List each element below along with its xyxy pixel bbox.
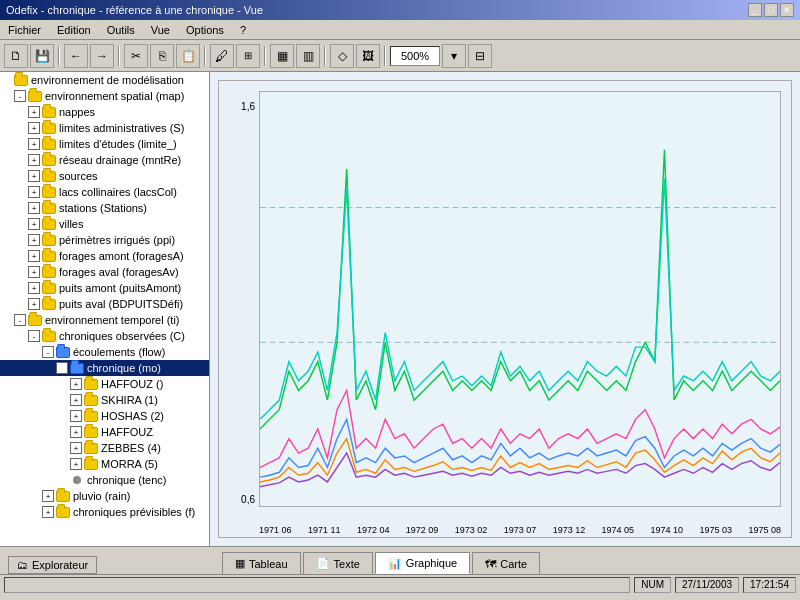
title-bar: Odefix - chronique - référence à une chr…	[0, 0, 800, 20]
back-button[interactable]: ←	[64, 44, 88, 68]
tree-item-22[interactable]: +HAFFOUZ	[0, 424, 209, 440]
tree-item-15[interactable]: -environnement temporel (ti)	[0, 312, 209, 328]
tab-tableau[interactable]: ▦ Tableau	[222, 552, 301, 574]
tree-item-26[interactable]: +pluvio (rain)	[0, 488, 209, 504]
tree-expand-24[interactable]: +	[70, 458, 82, 470]
maximize-button[interactable]: □	[764, 3, 778, 17]
tree-expand-10[interactable]: +	[28, 234, 40, 246]
tree-expand-26[interactable]: +	[42, 490, 54, 502]
tree-item-6[interactable]: +sources	[0, 168, 209, 184]
tree-expand-3[interactable]: +	[28, 122, 40, 134]
tree-item-7[interactable]: +lacs collinaires (lacsCol)	[0, 184, 209, 200]
copy-button[interactable]: ⎘	[150, 44, 174, 68]
tree-item-2[interactable]: +nappes	[0, 104, 209, 120]
zoom-input[interactable]: 500%	[390, 46, 440, 66]
close-button[interactable]: ✕	[780, 3, 794, 17]
tree-item-21[interactable]: +HOSHAS (2)	[0, 408, 209, 424]
tree-item-8[interactable]: +stations (Stations)	[0, 200, 209, 216]
paste-button[interactable]: 📋	[176, 44, 200, 68]
x-label-9: 1975 03	[699, 525, 732, 535]
tree-expand-16[interactable]: -	[28, 330, 40, 342]
tree-item-24[interactable]: +MORRA (5)	[0, 456, 209, 472]
tree-expand-5[interactable]: +	[28, 154, 40, 166]
zoom-dropdown[interactable]: ▾	[442, 44, 466, 68]
tree-item-20[interactable]: +SKHIRA (1)	[0, 392, 209, 408]
tree-expand-9[interactable]: +	[28, 218, 40, 230]
tree-label-11: forages amont (foragesA)	[59, 250, 184, 262]
tree-expand-8[interactable]: +	[28, 202, 40, 214]
tree-label-14: puits aval (BDPUITSDéfi)	[59, 298, 183, 310]
tree-item-27[interactable]: +chroniques prévisibles (f)	[0, 504, 209, 520]
tree-item-14[interactable]: +puits aval (BDPUITSDéfi)	[0, 296, 209, 312]
tree-item-3[interactable]: +limites administratives (S)	[0, 120, 209, 136]
tab-texte[interactable]: 📄 Texte	[303, 552, 373, 574]
folder-icon-2	[42, 107, 56, 118]
y-axis-labels: 1,6 0,6	[223, 91, 259, 507]
main-area: environnement de modélisation-environnem…	[0, 72, 800, 546]
menu-fichier[interactable]: Fichier	[4, 23, 45, 37]
tree-expand-15[interactable]: -	[14, 314, 26, 326]
menu-help[interactable]: ?	[236, 23, 250, 37]
x-label-4: 1973 02	[455, 525, 488, 535]
tree-expand-19[interactable]: +	[70, 378, 82, 390]
tab-graphique[interactable]: 📊 Graphique	[375, 552, 470, 574]
new-button[interactable]: 🗋	[4, 44, 28, 68]
tree-item-4[interactable]: +limites d'études (limite_)	[0, 136, 209, 152]
tree-expand-11[interactable]: +	[28, 250, 40, 262]
tree-expand-20[interactable]: +	[70, 394, 82, 406]
tree-expand-12[interactable]: +	[28, 266, 40, 278]
tree-item-18[interactable]: -chronique (mo)	[0, 360, 209, 376]
menu-outils[interactable]: Outils	[103, 23, 139, 37]
tree-expand-2[interactable]: +	[28, 106, 40, 118]
tree-label-15: environnement temporel (ti)	[45, 314, 180, 326]
explorer-button[interactable]: 🗂 Explorateur	[8, 556, 97, 574]
toolbar-separator-6	[384, 46, 386, 66]
tree-item-5[interactable]: +réseau drainage (mntRe)	[0, 152, 209, 168]
texte-icon: 📄	[316, 557, 330, 570]
tool6-button[interactable]: 🖼	[356, 44, 380, 68]
tree-expand-1[interactable]: -	[14, 90, 26, 102]
toolbar-separator-4	[264, 46, 266, 66]
menu-edition[interactable]: Edition	[53, 23, 95, 37]
menu-options[interactable]: Options	[182, 23, 228, 37]
tree-expand-13[interactable]: +	[28, 282, 40, 294]
tree-item-12[interactable]: +forages aval (foragesAv)	[0, 264, 209, 280]
tree-expand-18[interactable]: -	[56, 362, 68, 374]
tree-item-0[interactable]: environnement de modélisation	[0, 72, 209, 88]
tree-item-1[interactable]: -environnement spatial (map)	[0, 88, 209, 104]
tree-item-23[interactable]: +ZEBBES (4)	[0, 440, 209, 456]
tool1-button[interactable]: 🖊	[210, 44, 234, 68]
tree-item-16[interactable]: -chroniques observées (C)	[0, 328, 209, 344]
tool3-button[interactable]: ▦	[270, 44, 294, 68]
tree-item-11[interactable]: +forages amont (foragesA)	[0, 248, 209, 264]
tool2-button[interactable]: ⊞	[236, 44, 260, 68]
tree-expand-7[interactable]: +	[28, 186, 40, 198]
menu-vue[interactable]: Vue	[147, 23, 174, 37]
tab-carte[interactable]: 🗺 Carte	[472, 552, 540, 574]
tree-item-17[interactable]: -écoulements (flow)	[0, 344, 209, 360]
tree-expand-14[interactable]: +	[28, 298, 40, 310]
explorer-section: 🗂 Explorateur	[4, 552, 214, 574]
cut-button[interactable]: ✂	[124, 44, 148, 68]
tree-item-25[interactable]: chronique (tenc)	[0, 472, 209, 488]
tree-expand-4[interactable]: +	[28, 138, 40, 150]
tree-item-13[interactable]: +puits amont (puitsAmont)	[0, 280, 209, 296]
tree-item-9[interactable]: +villes	[0, 216, 209, 232]
tool7-button[interactable]: ⊟	[468, 44, 492, 68]
tree-expand-6[interactable]: +	[28, 170, 40, 182]
minimize-button[interactable]: _	[748, 3, 762, 17]
folder-icon-26	[56, 491, 70, 502]
tree-item-19[interactable]: +HAFFOUZ ()	[0, 376, 209, 392]
tree-expand-23[interactable]: +	[70, 442, 82, 454]
tool4-button[interactable]: ▥	[296, 44, 320, 68]
forward-button[interactable]: →	[90, 44, 114, 68]
tree-expand-27[interactable]: +	[42, 506, 54, 518]
save-button[interactable]: 💾	[30, 44, 54, 68]
chart-area: 1,6 0,6	[210, 72, 800, 546]
tree-item-10[interactable]: +périmètres irrigués (ppi)	[0, 232, 209, 248]
tool5-button[interactable]: ◇	[330, 44, 354, 68]
tree-expand-17[interactable]: -	[42, 346, 54, 358]
tree-expand-22[interactable]: +	[70, 426, 82, 438]
explorer-icon: 🗂	[17, 559, 28, 571]
tree-expand-21[interactable]: +	[70, 410, 82, 422]
